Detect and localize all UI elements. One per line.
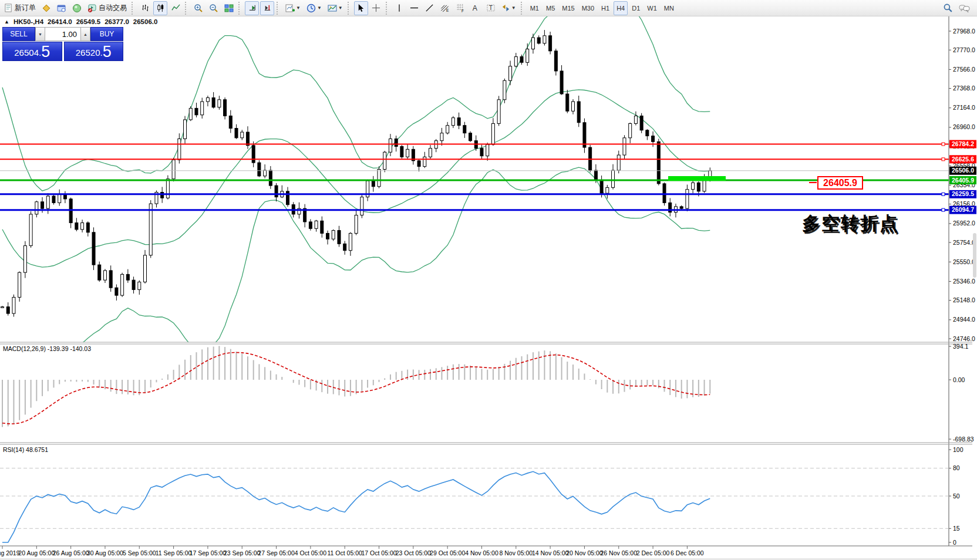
candle xyxy=(338,231,341,244)
candle xyxy=(92,232,95,265)
candle xyxy=(526,49,529,63)
candle xyxy=(503,80,506,100)
candle xyxy=(491,123,494,144)
rsi-line xyxy=(2,471,710,542)
candle xyxy=(109,271,112,288)
candle xyxy=(594,170,597,180)
ohlc-low: 26377.0 xyxy=(105,18,129,25)
date-axis-label: 14 Aug 2019 xyxy=(0,549,20,556)
ohlc-open: 26414.0 xyxy=(48,18,72,25)
sell-button[interactable]: SELL xyxy=(2,27,35,41)
date-axis-label: 4 Oct 05:00 xyxy=(295,549,326,556)
price-axis-tick-label: 26960.0 xyxy=(953,123,975,130)
macd-indicator-label: MACD(12,26,9) -139.39 -140.03 xyxy=(3,345,91,352)
candle xyxy=(629,123,632,137)
macd-axis-tick-label: -698.83 xyxy=(953,436,974,443)
volume-input[interactable] xyxy=(45,27,80,41)
price-level-label: 26625.6 xyxy=(952,156,974,163)
candle xyxy=(680,207,683,208)
volume-increase-button[interactable]: ▲ xyxy=(80,27,90,41)
price-level-label: 26506.0 xyxy=(952,167,974,174)
callout-tick xyxy=(809,182,817,183)
hline-handle[interactable] xyxy=(942,143,945,146)
hline-handle[interactable] xyxy=(942,193,945,195)
candle xyxy=(543,36,546,43)
candle xyxy=(12,297,15,313)
rsi-axis-tick-label: 0 xyxy=(953,539,956,546)
candle xyxy=(634,116,637,123)
price-axis-tick-label: 24944.0 xyxy=(953,316,975,323)
candle xyxy=(121,274,124,295)
candle xyxy=(275,185,278,197)
candle xyxy=(46,196,49,208)
collapse-triangle-icon[interactable]: ▲ xyxy=(4,19,9,25)
candle xyxy=(657,141,660,184)
sell-price-display[interactable]: 26504.5 xyxy=(2,42,62,61)
date-axis-label: 26 Nov 05:00 xyxy=(601,549,638,556)
date-axis-label: 20 Aug 05:00 xyxy=(18,549,55,556)
price-axis-tick-label: 27368.0 xyxy=(953,85,975,92)
candle xyxy=(652,136,655,142)
date-axis-label: 23 Oct 05:00 xyxy=(396,549,431,556)
candle xyxy=(178,139,181,160)
price-axis-tick-label: 25754.0 xyxy=(953,239,975,246)
candle xyxy=(241,132,244,138)
candle xyxy=(315,221,318,228)
rsi-indicator-label: RSI(14) 48.6751 xyxy=(3,446,48,453)
date-axis-label: 17 Oct 05:00 xyxy=(361,549,396,556)
candle xyxy=(41,202,44,208)
sell-price-main: 26504 xyxy=(14,46,39,60)
rsi-axis-tick-label: 100 xyxy=(953,446,963,453)
price-level-label: 26259.5 xyxy=(952,190,974,197)
candle xyxy=(258,163,261,176)
candle xyxy=(692,183,695,189)
date-axis-label: 2 Dec 05:00 xyxy=(636,549,670,556)
date-axis-label: 14 Nov 05:00 xyxy=(532,549,569,556)
chart-canvas: 27968.027770.027566.027368.027164.026960… xyxy=(0,0,977,560)
symbol-name: HK50-,H4 xyxy=(14,18,43,25)
candle xyxy=(52,196,55,203)
date-axis-label: 20 Nov 05:00 xyxy=(566,549,603,556)
candle xyxy=(58,194,61,203)
price-axis-tick-label: 25346.0 xyxy=(953,278,975,285)
hline-handle[interactable] xyxy=(942,158,945,161)
candle xyxy=(646,130,649,136)
candle xyxy=(332,231,335,239)
candle xyxy=(457,118,460,126)
candle xyxy=(509,66,512,80)
highlight-segment[interactable] xyxy=(668,176,726,181)
candle xyxy=(229,116,232,128)
candle xyxy=(669,203,672,212)
candle xyxy=(537,38,540,43)
candle xyxy=(29,214,32,246)
candle xyxy=(429,149,432,157)
volume-decrease-button[interactable]: ▼ xyxy=(35,27,45,41)
sell-price-fraction: 5 xyxy=(41,44,50,60)
buy-price-display[interactable]: 26520.5 xyxy=(64,42,124,61)
candle xyxy=(269,170,272,185)
annotation-text[interactable]: 多空转折点 xyxy=(802,211,899,236)
candle xyxy=(623,138,626,155)
candle xyxy=(440,133,443,141)
candle xyxy=(640,116,643,130)
one-click-trading-panel: SELL ▼ ▲ BUY 26504.5 26520.5 xyxy=(2,27,123,61)
hline-handle[interactable] xyxy=(942,208,945,211)
candle xyxy=(406,149,409,157)
candle xyxy=(554,51,557,71)
candle xyxy=(81,223,84,230)
candle xyxy=(126,274,129,280)
candle xyxy=(172,160,175,179)
vertical-scrollbar-thumb[interactable] xyxy=(973,233,976,278)
candle xyxy=(23,246,26,273)
date-axis-label: 5 Sep 05:00 xyxy=(123,549,156,556)
rsi-axis-tick-label: 15 xyxy=(953,525,960,532)
candle xyxy=(697,183,700,191)
candle xyxy=(549,36,552,51)
candle xyxy=(566,94,569,111)
rsi-axis-tick-label: 50 xyxy=(953,492,960,500)
candle xyxy=(606,187,609,193)
price-axis-tick-label: 25148.0 xyxy=(953,296,975,303)
candle xyxy=(600,180,603,193)
price-callout-label[interactable]: 26405.9 xyxy=(817,176,863,190)
buy-button[interactable]: BUY xyxy=(90,27,123,41)
